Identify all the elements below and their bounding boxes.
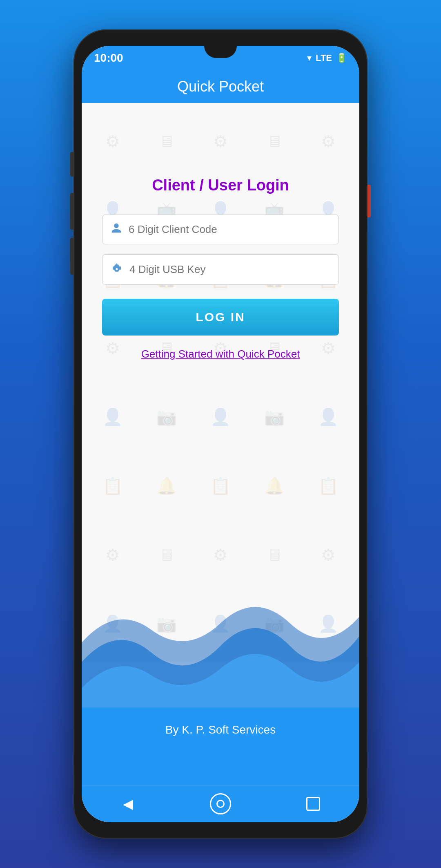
back-icon: ◀ — [123, 796, 133, 812]
usb-key-group — [102, 254, 339, 285]
home-circle-icon — [210, 793, 231, 814]
volume-up-button — [70, 152, 74, 177]
recents-icon — [306, 797, 320, 811]
home-button[interactable] — [204, 787, 237, 820]
usb-key-icon — [111, 262, 123, 277]
status-icons: ▾ LTE 🔋 — [307, 53, 347, 63]
client-code-input[interactable] — [129, 223, 330, 236]
login-heading: Client / User Login — [102, 177, 339, 194]
volume-down-button — [70, 193, 74, 230]
person-icon — [111, 222, 122, 237]
wifi-icon: ▾ — [307, 53, 312, 63]
status-time: 10:00 — [94, 51, 123, 65]
client-code-group — [102, 215, 339, 244]
usb-key-input[interactable] — [129, 263, 330, 276]
login-section: Client / User Login — [82, 103, 359, 785]
app-content: ⚙ 🖥 ⚙ 🖥 ⚙ 👤 📺 👤 📺 👤 📋 🔔 📋 🔔 📋 ⚙ — [82, 103, 359, 785]
phone-frame: 10:00 ▾ LTE 🔋 Quick Pocket ⚙ 🖥 ⚙ 🖥 ⚙ — [74, 29, 368, 839]
home-inner-circle — [216, 800, 225, 808]
nav-bar: ◀ — [82, 785, 359, 822]
battery-icon: 🔋 — [336, 53, 347, 63]
silent-button — [70, 238, 74, 275]
power-button — [368, 185, 371, 217]
footer-attribution: By K. P. Soft Services — [82, 723, 359, 736]
lte-label: LTE — [316, 53, 332, 63]
recents-button[interactable] — [297, 787, 330, 820]
phone-screen: 10:00 ▾ LTE 🔋 Quick Pocket ⚙ 🖥 ⚙ 🖥 ⚙ — [82, 46, 359, 822]
app-header: Quick Pocket — [82, 70, 359, 103]
login-button[interactable]: LOG IN — [102, 299, 339, 336]
app-title: Quick Pocket — [177, 78, 264, 95]
back-button[interactable]: ◀ — [111, 787, 144, 820]
getting-started-link[interactable]: Getting Started with Quick Pocket — [102, 348, 339, 360]
